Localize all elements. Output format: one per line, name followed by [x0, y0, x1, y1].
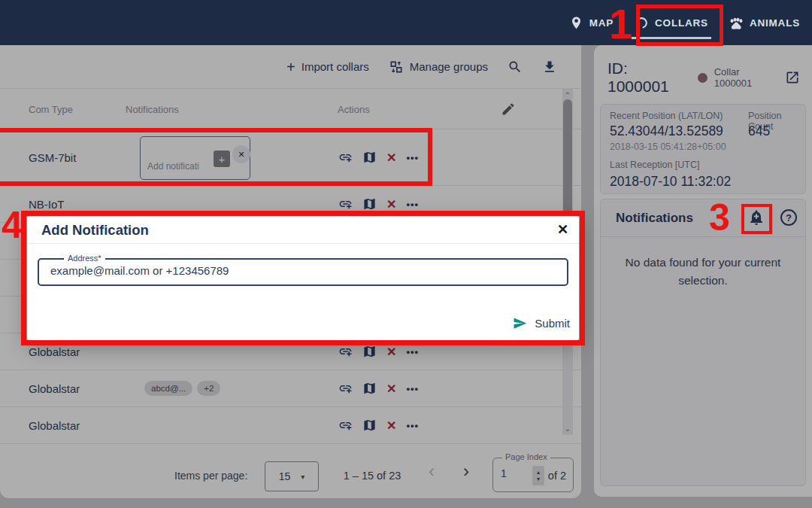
import-collars-button[interactable]: + Import collars	[286, 59, 369, 75]
submit-label: Submit	[535, 317, 570, 330]
nav-tab-collars[interactable]: COLLARS	[635, 0, 708, 45]
add-link-icon	[338, 151, 353, 165]
com-type-cell: NB-IoT	[29, 198, 65, 211]
collar-detail-panel: ID: 1000001 Collar 1000001 Recent Positi…	[594, 45, 812, 497]
edit-columns-button[interactable]	[501, 102, 516, 117]
notification-chips: abcd@... +2	[144, 381, 220, 396]
page-index-stepper[interactable]: ▴ ▾	[532, 466, 544, 485]
open-in-new-icon	[785, 70, 800, 85]
dialog-close-button[interactable]: ✕	[557, 221, 568, 238]
download-icon	[542, 59, 557, 75]
notifications-card: Notifications ? No data found for your c…	[600, 199, 806, 486]
inline-close-button[interactable]: ✕	[232, 145, 250, 163]
add-link-icon	[338, 418, 353, 433]
page-index-input[interactable]	[501, 467, 519, 479]
bell-plus-icon	[747, 208, 765, 227]
column-header-actions: Actions	[338, 103, 370, 114]
dialog-divider	[27, 243, 579, 244]
scrollbar-down-arrow[interactable]: ⌄	[562, 424, 573, 433]
send-icon	[513, 316, 527, 330]
add-notification-bell-button[interactable]	[747, 208, 767, 227]
delete-button[interactable]: ✕	[386, 151, 396, 163]
table-row[interactable]: Globalstar abcd@... +2 ✕ •••	[0, 370, 581, 407]
add-link-icon	[338, 345, 353, 359]
com-type-cell: Globalstar	[29, 419, 80, 432]
collar-name-label: Collar 1000001	[714, 66, 778, 89]
nav-tab-collars-label: COLLARS	[655, 17, 708, 29]
row-actions: ✕ •••	[338, 345, 419, 359]
top-nav: MAP COLLARS ANIMALS	[0, 0, 812, 45]
import-collars-label: Import collars	[301, 60, 369, 73]
assign-link-button[interactable]	[338, 382, 353, 396]
show-on-map-button[interactable]	[362, 151, 377, 165]
nav-tab-map[interactable]: MAP	[569, 0, 614, 45]
add-link-icon	[338, 382, 353, 396]
scrollbar-thumb[interactable]	[563, 99, 572, 218]
map-icon	[362, 197, 377, 211]
notification-overflow-chip[interactable]: +2	[197, 381, 220, 396]
help-button[interactable]: ?	[780, 209, 797, 226]
collar-id-header: ID: 1000001 Collar 1000001	[607, 65, 800, 90]
table-row[interactable]: Globalstar ✕ •••	[0, 407, 581, 444]
address-input[interactable]	[50, 264, 559, 277]
nav-tab-map-label: MAP	[589, 17, 614, 29]
show-on-map-button[interactable]	[362, 382, 377, 396]
delete-button[interactable]: ✕	[386, 419, 396, 431]
com-type-cell: Globalstar	[29, 345, 80, 358]
delete-button[interactable]: ✕	[386, 198, 396, 210]
manage-groups-label: Manage groups	[410, 60, 488, 73]
recent-position-label: Recent Position (LAT/LON)	[610, 111, 723, 121]
show-on-map-button[interactable]	[362, 345, 377, 359]
scrollbar-up-arrow[interactable]: ⌃	[562, 91, 573, 99]
search-button[interactable]	[508, 59, 523, 75]
position-count-value: 645	[748, 123, 770, 139]
assign-link-button[interactable]	[338, 151, 353, 165]
table-header-row: Com Type Notifications Actions	[0, 89, 581, 129]
delete-button[interactable]: ✕	[386, 345, 396, 357]
app-window: MAP COLLARS ANIMALS + Import collars Man…	[0, 0, 812, 508]
map-icon	[362, 345, 377, 359]
more-options-button[interactable]: •••	[406, 153, 419, 163]
download-button[interactable]	[542, 59, 557, 75]
manage-groups-icon	[389, 59, 404, 75]
show-on-map-button[interactable]	[362, 418, 377, 433]
page-index-label: Page Index	[502, 452, 550, 461]
more-options-button[interactable]: •••	[406, 384, 419, 394]
column-header-notifications: Notifications	[126, 103, 179, 114]
map-icon	[362, 151, 377, 165]
show-on-map-button[interactable]	[362, 197, 377, 211]
more-options-button[interactable]: •••	[406, 421, 419, 430]
map-icon	[362, 418, 377, 433]
submit-button[interactable]: Submit	[513, 316, 570, 330]
nav-tab-animals[interactable]: ANIMALS	[729, 0, 800, 45]
pencil-icon	[501, 102, 516, 117]
plus-icon: +	[286, 59, 295, 75]
page-total-label: of 2	[548, 470, 566, 482]
inline-add-button[interactable]: +	[214, 151, 230, 167]
more-options-button[interactable]: •••	[406, 199, 419, 209]
recent-position-value: 52.43044/13.52589	[610, 123, 723, 139]
previous-page-button[interactable]: ‹	[429, 462, 435, 480]
row-actions: ✕ •••	[338, 418, 419, 433]
assign-link-button[interactable]	[338, 418, 353, 433]
add-notification-inline-input[interactable]	[147, 161, 212, 172]
assign-link-button[interactable]	[338, 345, 353, 359]
open-collar-button[interactable]	[785, 70, 800, 85]
search-icon	[508, 59, 523, 75]
page-size-select[interactable]: 15 ▾	[265, 461, 319, 491]
collar-color-dot	[698, 73, 707, 83]
row-actions: ✕ •••	[338, 197, 419, 211]
paw-icon	[729, 16, 744, 30]
notification-chip[interactable]: abcd@...	[144, 381, 192, 396]
nav-tab-animals-label: ANIMALS	[750, 17, 800, 29]
table-row[interactable]: GSM-7bit + ✕ ✕ •••	[0, 129, 581, 186]
recent-position-timestamp: 2018-03-15 05:41:28+05:00	[610, 141, 726, 152]
assign-link-button[interactable]	[338, 197, 353, 211]
add-link-icon	[338, 197, 353, 211]
more-options-button[interactable]: •••	[406, 347, 419, 357]
add-notification-inline-editor: + ✕	[140, 136, 250, 180]
next-page-button[interactable]: ›	[463, 462, 469, 480]
collar-ring-icon	[635, 16, 649, 30]
manage-groups-button[interactable]: Manage groups	[389, 59, 488, 75]
delete-button[interactable]: ✕	[386, 382, 396, 394]
